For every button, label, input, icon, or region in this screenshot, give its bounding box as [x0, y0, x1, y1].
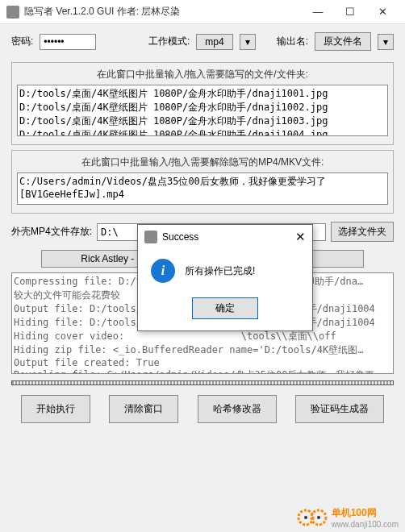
- footer-domain: www.danji100.com: [332, 520, 399, 529]
- output-dropdown[interactable]: ▾: [378, 34, 394, 50]
- bottom-buttons: 开始执行 清除窗口 哈希修改器 验证码生成器: [11, 395, 394, 423]
- shell-label: 外壳MP4文件存放:: [11, 225, 92, 239]
- dialog-app-icon: [144, 231, 157, 243]
- dialog-body: i 所有操作已完成!: [138, 249, 312, 297]
- reveal-files-section: 在此窗口中批量输入/拖入需要解除隐写的MP4/MKV文件:: [11, 150, 394, 214]
- password-input[interactable]: [40, 34, 96, 50]
- password-label: 密码:: [11, 35, 33, 48]
- top-row: 密码: 工作模式: mp4 ▾ 输出名: 原文件名 ▾: [0, 24, 405, 57]
- mode-dropdown[interactable]: ▾: [240, 34, 256, 50]
- hide-files-section: 在此窗口中批量输入/拖入需要隐写的文件/文件夹:: [11, 62, 394, 145]
- window-controls: — ☐ ✕: [302, 1, 399, 23]
- maximize-button[interactable]: ☐: [334, 1, 366, 23]
- dialog-title: Success: [162, 231, 198, 243]
- footer-text: 单机100网 www.danji100.com: [332, 506, 399, 529]
- window-titlebar: 隐写者 Ver.1.2.0 GUI 作者: 层林尽染 — ☐ ✕: [0, 0, 405, 24]
- dialog-titlebar: Success ✕: [138, 225, 312, 249]
- dialog-close-button[interactable]: ✕: [295, 230, 306, 244]
- dialog-message: 所有操作已完成!: [185, 264, 255, 278]
- dialog-footer: 确定: [138, 297, 312, 330]
- reveal-files-header: 在此窗口中批量输入/拖入需要解除隐写的MP4/MKV文件:: [17, 156, 388, 169]
- run-button[interactable]: 开始执行: [21, 395, 90, 423]
- success-dialog: Success ✕ i 所有操作已完成! 确定: [137, 224, 313, 331]
- ok-button[interactable]: 确定: [192, 297, 258, 319]
- output-button[interactable]: 原文件名: [315, 32, 371, 51]
- choose-folder-button[interactable]: 选择文件夹: [331, 222, 394, 242]
- window-title: 隐写者 Ver.1.2.0 GUI 作者: 层林尽染: [24, 5, 302, 19]
- footer-brand: 单机100网: [332, 507, 377, 518]
- hide-files-textarea[interactable]: [17, 85, 388, 136]
- verify-button[interactable]: 验证码生成器: [295, 395, 384, 423]
- footer: 单机100网 www.danji100.com: [290, 503, 405, 532]
- hide-files-header: 在此窗口中批量输入/拖入需要隐写的文件/文件夹:: [17, 68, 388, 81]
- info-icon: i: [151, 259, 175, 283]
- output-label: 输出名:: [277, 35, 308, 48]
- mode-label: 工作模式:: [148, 35, 190, 48]
- footer-logo-icon: [296, 508, 328, 527]
- minimize-button[interactable]: —: [302, 1, 334, 23]
- close-button[interactable]: ✕: [366, 1, 399, 23]
- progress-bar: [11, 380, 394, 385]
- hash-button[interactable]: 哈希修改器: [198, 395, 277, 423]
- mode-button[interactable]: mp4: [196, 34, 232, 50]
- clear-button[interactable]: 清除窗口: [109, 395, 178, 423]
- svg-point-2: [304, 516, 307, 519]
- reveal-files-textarea[interactable]: [17, 172, 388, 205]
- svg-point-3: [317, 516, 320, 519]
- app-icon: [6, 6, 19, 19]
